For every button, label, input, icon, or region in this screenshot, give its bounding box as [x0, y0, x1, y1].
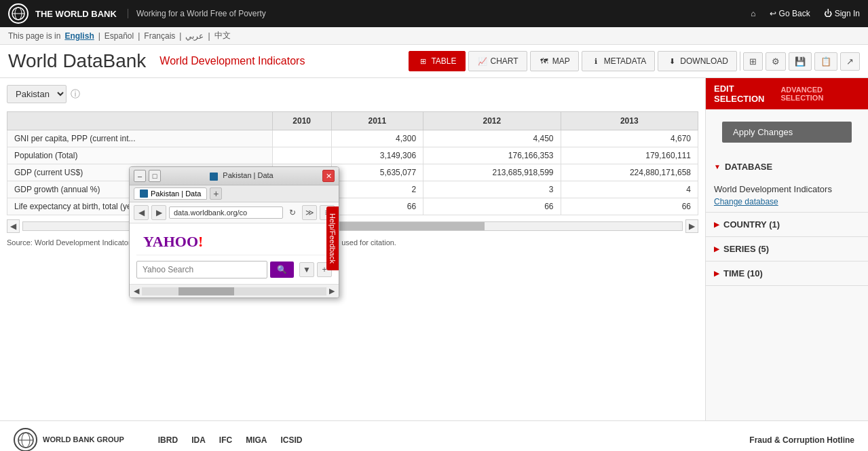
popup-refresh-btn[interactable]: ↻ — [286, 206, 299, 219]
lang-espanol[interactable]: Español — [105, 31, 134, 41]
database-label: DATABASE — [725, 162, 772, 172]
popup-address-bar: ◀ ▶ ↻ ≫ ≡ — [130, 202, 339, 223]
tab-download[interactable]: ⬇ DOWNLOAD — [658, 51, 737, 71]
sidebar-database-section: ▼ DATABASE World Development Indicators … — [706, 155, 868, 213]
cell-gdpg-2013: 4 — [561, 181, 698, 198]
lang-prefix: This page is in — [8, 31, 60, 41]
popup-new-tab-btn[interactable]: + — [210, 187, 222, 200]
sidebar-time-header[interactable]: ▶ TIME (10) — [706, 261, 868, 285]
yahoo-search-button[interactable]: 🔍 — [270, 261, 294, 278]
row-label-pop: Population (Total) — [7, 147, 273, 164]
lang-arabic[interactable]: عربي — [185, 31, 204, 41]
yahoo-opts-down-btn[interactable]: ▼ — [299, 262, 314, 277]
settings-btn[interactable]: ⚙ — [766, 52, 786, 71]
popup-title: Pakistan | Data — [164, 171, 320, 180]
advanced-selection-link[interactable]: Advanced selection — [780, 86, 860, 102]
download-icon: ⬇ — [666, 56, 677, 67]
top-nav: THE WORLD BANK Working for a World Free … — [0, 0, 868, 27]
info-icon[interactable]: ⓘ — [71, 88, 80, 101]
col-2013: 2013 — [561, 112, 698, 130]
footer-logo: WORLD BANK GROUP — [14, 428, 124, 451]
lang-english[interactable]: English — [64, 31, 94, 41]
popup-close-btn[interactable]: ✕ — [322, 170, 335, 182]
footer-ida-link[interactable]: IDA — [191, 435, 206, 445]
sidebar-series-header[interactable]: ▶ SERIES (5) — [706, 237, 868, 261]
table-header-row: 2010 2011 2012 2013 — [7, 112, 698, 130]
tab-favicon-icon — [140, 190, 148, 198]
footer-main: WORLD BANK GROUP IBRD IDA IFC MIGA ICSID… — [0, 421, 868, 451]
cell-life-2012: 66 — [423, 198, 561, 215]
cell-gdpg-2011: 2 — [331, 181, 423, 198]
apply-changes-button[interactable]: Apply Changes — [722, 122, 852, 143]
scroll-right-btn[interactable]: ▶ — [685, 219, 698, 233]
tab-map[interactable]: 🗺 MAP — [530, 51, 579, 71]
footer-ifc-link[interactable]: IFC — [219, 435, 232, 445]
cell-pop-2010 — [272, 147, 331, 164]
popup-scroll-track[interactable] — [142, 287, 326, 295]
tab-table[interactable]: ⊞ TABLE — [409, 51, 465, 71]
main-header: World DataBank World Development Indicat… — [0, 45, 868, 78]
yahoo-search-input[interactable] — [136, 261, 267, 278]
lang-francais[interactable]: Français — [144, 31, 175, 41]
popup-scrollbar: ◀ ▶ — [130, 284, 339, 297]
footer-miga-link[interactable]: MIGA — [246, 435, 267, 445]
footer-icsid-link[interactable]: ICSID — [280, 435, 302, 445]
sidebar-country-header[interactable]: ▶ COUNTRY (1) — [706, 213, 868, 236]
popup-dropdown-btn[interactable]: ≫ — [302, 205, 317, 220]
time-label: TIME (10) — [723, 268, 763, 278]
popup-forward-btn[interactable]: ▶ — [151, 205, 166, 220]
col-2011: 2011 — [331, 112, 423, 130]
go-back-icon: ↩ — [770, 9, 776, 18]
popup-tab-active[interactable]: Pakistan | Data — [134, 187, 207, 200]
series-chevron-icon: ▶ — [714, 245, 719, 253]
scroll-track[interactable] — [22, 221, 683, 231]
scroll-left-btn[interactable]: ◀ — [7, 219, 20, 233]
footer-org-links: IBRD IDA IFC MIGA ICSID — [158, 435, 303, 445]
language-bar: This page is in English | Español | Fran… — [0, 27, 868, 45]
footer-ibrd-link[interactable]: IBRD — [158, 435, 178, 445]
org-name: THE WORLD BANK — [35, 9, 117, 19]
footer-globe-icon — [14, 428, 37, 451]
go-back-link[interactable]: ↩ Go Back — [770, 9, 810, 18]
sidebar: EDIT SELECTION Advanced selection Apply … — [705, 78, 868, 420]
sign-in-icon: ⏻ — [824, 9, 832, 18]
popup-address-input[interactable] — [169, 206, 283, 219]
save-btn[interactable]: 💾 — [789, 52, 812, 71]
cell-gni-2011: 4,300 — [331, 130, 423, 147]
popup-scroll-left[interactable]: ◀ — [134, 287, 139, 295]
chart-icon: 📈 — [477, 56, 488, 67]
table-row: GNI per capita, PPP (current int... 4,30… — [7, 130, 698, 147]
country-chevron-icon: ▶ — [714, 221, 719, 228]
page-title: World DataBank — [8, 50, 146, 72]
grid-view-btn[interactable]: ⊞ — [743, 52, 763, 71]
help-feedback-overlay-btn[interactable]: Help/Feedback — [326, 206, 339, 270]
popup-content: YAHOO! 🔍 ▼ + — [130, 223, 339, 284]
row-label-gni: GNI per capita, PPP (current int... — [7, 130, 273, 147]
world-bank-globe-icon — [8, 3, 29, 24]
cell-pop-2013: 179,160,111 — [561, 147, 698, 164]
tab-metadata[interactable]: ℹ METADATA — [582, 51, 656, 71]
sidebar-time-section: ▶ TIME (10) — [706, 261, 868, 286]
cell-gni-2012: 4,450 — [423, 130, 561, 147]
yahoo-search-bar: 🔍 ▼ + — [136, 261, 332, 278]
popup-scroll-right[interactable]: ▶ — [329, 287, 335, 295]
toolbar-separator — [740, 52, 740, 71]
share-btn[interactable]: ↗ — [840, 52, 860, 71]
data-table: 2010 2011 2012 2013 GNI per capita, PPP … — [7, 111, 698, 215]
popup-minimize-btn[interactable]: – — [134, 170, 146, 182]
tab-chart[interactable]: 📈 CHART — [468, 51, 527, 71]
home-link[interactable]: ⌂ — [751, 9, 755, 18]
popup-scroll-thumb[interactable] — [178, 287, 234, 295]
change-database-link[interactable]: Change database — [714, 197, 860, 206]
lang-chinese[interactable]: 中文 — [214, 30, 231, 41]
country-dropdown[interactable]: Pakistan — [7, 85, 67, 103]
copy-btn[interactable]: 📋 — [814, 52, 837, 71]
popup-maximize-btn[interactable]: □ — [149, 170, 161, 182]
sign-in-link[interactable]: ⏻ Sign In — [824, 9, 860, 18]
data-area: Pakistan ⓘ 2010 2011 2012 2013 — [0, 78, 705, 420]
cell-gni-2013: 4,670 — [561, 130, 698, 147]
country-selector: Pakistan ⓘ — [7, 85, 698, 103]
popup-back-btn[interactable]: ◀ — [134, 205, 149, 220]
database-chevron-icon: ▼ — [714, 163, 721, 170]
sidebar-database-header[interactable]: ▼ DATABASE — [706, 155, 868, 179]
